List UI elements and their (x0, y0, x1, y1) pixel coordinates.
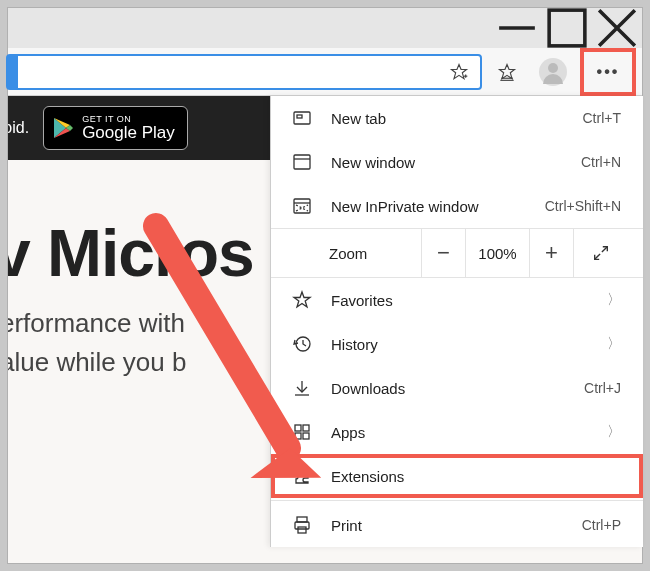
minimize-button[interactable] (492, 8, 542, 48)
title-bar (8, 8, 642, 48)
svg-rect-15 (297, 115, 302, 118)
play-store-icon (52, 116, 74, 140)
settings-menu: New tab Ctrl+T New window Ctrl+N New InP… (270, 96, 643, 547)
menu-item-downloads[interactable]: Downloads Ctrl+J (271, 366, 643, 410)
downloads-icon (291, 377, 313, 399)
close-button[interactable] (592, 8, 642, 48)
menu-separator (271, 500, 643, 501)
new-tab-icon (291, 107, 313, 129)
history-icon (291, 333, 313, 355)
svg-rect-28 (295, 425, 301, 431)
svg-rect-32 (297, 517, 307, 522)
chevron-right-icon: 〉 (607, 423, 621, 441)
chevron-right-icon: 〉 (607, 291, 621, 309)
address-selection (8, 56, 18, 88)
svg-rect-31 (303, 433, 309, 439)
svg-line-23 (601, 247, 606, 252)
print-icon (291, 514, 313, 536)
zoom-label: Zoom (271, 245, 421, 262)
google-play-badge[interactable]: GET IT ON Google Play (43, 106, 188, 150)
apps-icon (291, 421, 313, 443)
svg-line-22 (594, 254, 599, 259)
new-window-icon (291, 151, 313, 173)
svg-marker-7 (500, 64, 515, 78)
chevron-right-icon: 〉 (607, 335, 621, 353)
star-add-icon[interactable] (438, 51, 480, 93)
menu-zoom-row: Zoom − 100% + (271, 228, 643, 278)
svg-rect-30 (295, 433, 301, 439)
maximize-button[interactable] (542, 8, 592, 48)
svg-rect-34 (298, 527, 306, 533)
menu-item-print[interactable]: Print Ctrl+P (271, 503, 643, 547)
promo-text: roid. (8, 119, 29, 137)
play-store-big-text: Google Play (82, 124, 175, 141)
svg-rect-29 (303, 425, 309, 431)
svg-rect-1 (549, 10, 585, 46)
menu-item-extensions[interactable]: Extensions (271, 454, 643, 498)
favorites-icon (291, 289, 313, 311)
favorites-bar-icon[interactable] (486, 51, 528, 93)
fullscreen-button[interactable] (573, 228, 627, 278)
svg-rect-16 (294, 155, 310, 169)
svg-line-21 (296, 205, 308, 211)
zoom-in-button[interactable]: + (529, 228, 573, 278)
address-bar[interactable] (6, 54, 482, 90)
menu-item-favorites[interactable]: Favorites 〉 (271, 278, 643, 322)
menu-item-inprivate[interactable]: New InPrivate window Ctrl+Shift+N (271, 184, 643, 228)
svg-rect-33 (295, 522, 309, 529)
menu-item-history[interactable]: History 〉 (271, 322, 643, 366)
profile-button[interactable] (532, 51, 574, 93)
menu-item-apps[interactable]: Apps 〉 (271, 410, 643, 454)
browser-toolbar: ••• (8, 48, 642, 96)
avatar-icon (539, 58, 567, 86)
settings-more-button[interactable]: ••• (580, 48, 636, 96)
menu-item-new-window[interactable]: New window Ctrl+N (271, 140, 643, 184)
more-icon: ••• (597, 63, 620, 81)
svg-line-20 (296, 205, 308, 211)
zoom-value: 100% (465, 228, 529, 278)
extensions-icon (291, 465, 313, 487)
browser-window: ••• roid. GET IT ON Google Play v Micros (7, 7, 643, 564)
menu-item-new-tab[interactable]: New tab Ctrl+T (271, 96, 643, 140)
svg-marker-24 (294, 292, 310, 307)
inprivate-icon (291, 195, 313, 217)
zoom-out-button[interactable]: − (421, 228, 465, 278)
